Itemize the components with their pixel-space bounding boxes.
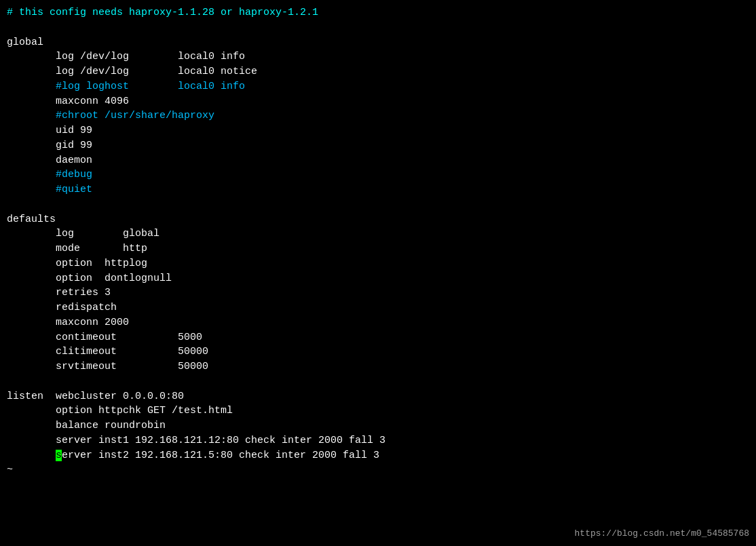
- line-14: [7, 197, 749, 212]
- line-23: contimeout 5000: [7, 330, 749, 345]
- line-7: maxconn 4096: [7, 94, 749, 109]
- terminal-window: # this config needs haproxy-1.1.28 or ha…: [0, 0, 756, 546]
- line-13: #quiet: [7, 182, 749, 197]
- line-21: redispatch: [7, 300, 749, 315]
- line-3: global: [7, 35, 749, 50]
- line-29: balance roundrobin: [7, 418, 749, 433]
- line-15: defaults: [7, 212, 749, 227]
- line-25: srvtimeout 50000: [7, 359, 749, 374]
- line-32: ~: [7, 463, 749, 477]
- watermark: https://blog.csdn.net/m0_54585768: [575, 528, 749, 541]
- line-9: uid 99: [7, 123, 749, 138]
- line-5: log /dev/log local0 notice: [7, 64, 749, 79]
- line-2: [7, 20, 749, 35]
- line-18: option httplog: [7, 256, 749, 271]
- line-10: gid 99: [7, 138, 749, 153]
- line-4: log /dev/log local0 info: [7, 50, 749, 64]
- line-20: retries 3: [7, 286, 749, 300]
- line-24: clitimeout 50000: [7, 345, 749, 359]
- line-16: log global: [7, 227, 749, 241]
- line-30: server inst1 192.168.121.12:80 check int…: [7, 433, 749, 448]
- code-content: # this config needs haproxy-1.1.28 or ha…: [7, 5, 749, 477]
- line-6: #log loghost local0 info: [7, 79, 749, 94]
- line-31: server inst2 192.168.121.5:80 check inte…: [7, 448, 749, 463]
- line-17: mode http: [7, 241, 749, 256]
- line-27: listen webcluster 0.0.0.0:80: [7, 389, 749, 404]
- line-22: maxconn 2000: [7, 315, 749, 330]
- line-19: option dontlognull: [7, 271, 749, 286]
- line-1: # this config needs haproxy-1.1.28 or ha…: [7, 5, 749, 20]
- line-12: #debug: [7, 168, 749, 182]
- line-28: option httpchk GET /test.html: [7, 404, 749, 418]
- line-26: [7, 374, 749, 389]
- line-11: daemon: [7, 153, 749, 168]
- line-8: #chroot /usr/share/haproxy: [7, 109, 749, 123]
- cursor-char: s: [56, 450, 62, 461]
